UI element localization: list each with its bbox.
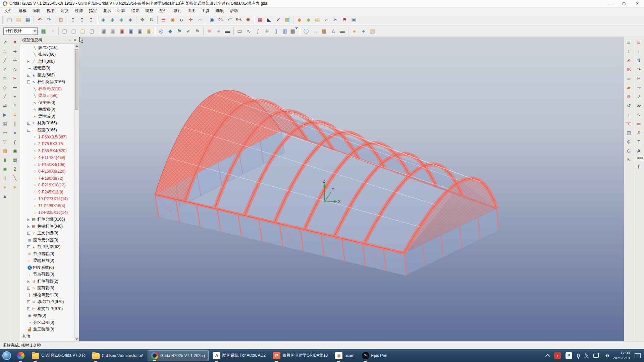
print-preview-icon[interactable]: ▣ xyxy=(349,15,358,24)
section-cone-icon[interactable]: ◣ xyxy=(265,15,274,24)
result-bars-icon[interactable]: ▥ xyxy=(283,15,292,24)
pipe-joint-icon[interactable]: ⌐ xyxy=(322,15,331,24)
global-axis-icon[interactable]: Ж xyxy=(625,65,633,74)
tree-item[interactable]: ○11-P299X16(4) xyxy=(20,202,74,209)
check-mark-icon[interactable]: ✔ xyxy=(184,26,193,36)
tree-scrollbar[interactable] xyxy=(74,44,79,341)
rect-tool-icon[interactable]: ▭ xyxy=(235,26,244,36)
tree-item[interactable]: ○1-P60X3.5(887) xyxy=(20,134,74,141)
menu-item[interactable]: 帮助 xyxy=(227,7,241,14)
tree-item[interactable]: +⇊杆件荷载(2) xyxy=(20,278,74,285)
clipboard-tool-icon[interactable]: ▤ xyxy=(368,26,377,36)
node-arrow-down-icon[interactable]: ↧ xyxy=(11,110,19,119)
compass-circle-icon[interactable]: ◎ xyxy=(157,26,166,36)
tree-item[interactable]: ∥螺栓等配件(0) xyxy=(20,292,74,299)
tree-item[interactable]: +⊢相贯节点(970) xyxy=(20,305,74,312)
menu-item[interactable]: 工具 xyxy=(199,7,213,14)
truss-ladder-icon[interactable]: ≣ xyxy=(1,74,9,83)
taskbar-item-ppt[interactable]: P跟着周老师学GRIDA第13 xyxy=(270,350,331,361)
select-win-invert-icon[interactable]: ▣ xyxy=(108,26,117,36)
select-win-blue-icon[interactable]: ▣ xyxy=(126,26,136,36)
tree-item[interactable]: +∠材质(3166) xyxy=(20,120,74,127)
brick-wall-icon[interactable]: ▤ xyxy=(1,146,9,155)
zigzag-member-icon[interactable]: ∿ xyxy=(635,110,643,119)
local-axis-icon[interactable]: ✳ xyxy=(625,56,633,65)
skew-check-icon[interactable]: ⊘ xyxy=(625,92,633,101)
taskbar-item-folder-grida[interactable]: G:\研究\10-Grida V7.0 R xyxy=(29,350,88,361)
scrollbar-thumb[interactable] xyxy=(75,49,78,110)
select-win-updown-icon[interactable]: ▣ xyxy=(136,26,145,36)
zoom-out-tool-icon[interactable]: ⊖ xyxy=(625,146,633,155)
toolbar-grip[interactable] xyxy=(2,16,4,24)
tree-item[interactable]: ↓节点荷载(0) xyxy=(20,271,74,278)
rotate-node-icon[interactable]: ↺ xyxy=(625,101,633,110)
plate-rainbow-icon[interactable]: ▰ xyxy=(625,83,633,92)
scroll-down-icon[interactable] xyxy=(75,337,79,341)
fx-function-icon[interactable]: ƒ xyxy=(11,137,19,146)
tree-item[interactable]: ∞节点耦联(0) xyxy=(20,250,74,257)
menu-item[interactable]: 文件 xyxy=(1,7,15,14)
iso-view-3-icon[interactable]: ◈ xyxy=(117,15,126,24)
expand-plus-icon[interactable]: + xyxy=(27,60,30,63)
tree-item[interactable]: +⊕球/鼓节点(970) xyxy=(20,299,74,306)
expand-plus-icon[interactable]: + xyxy=(27,225,30,228)
tree-item[interactable]: ○2-P75.5X3.75··· xyxy=(20,140,74,147)
sphere-amber-icon[interactable]: ● xyxy=(350,26,359,36)
tree-item[interactable]: +▤杆件分组(3166) xyxy=(20,216,74,223)
beam-extend-icon[interactable]: ⇒ xyxy=(635,83,643,92)
beam-section-icon[interactable]: I xyxy=(635,47,643,56)
display-layers-icon[interactable]: ☰ xyxy=(159,15,168,24)
load-case-dl-icon[interactable]: D,L xyxy=(216,15,225,24)
new-file-icon[interactable]: ▢ xyxy=(5,15,14,24)
menu-item[interactable]: 视图 xyxy=(44,7,58,14)
expand-plus-icon[interactable]: + xyxy=(27,307,30,310)
cut-scissors-icon[interactable]: ✂ xyxy=(331,15,340,24)
divide-member-icon[interactable]: ╱ xyxy=(1,92,9,101)
tree-item[interactable]: ○9-P245X12(8) xyxy=(20,189,74,196)
axis-cross-icon[interactable]: ✛ xyxy=(11,83,19,92)
iso-view-4-icon[interactable]: ◈ xyxy=(126,15,135,24)
balance-scale-icon[interactable]: ∆ xyxy=(329,26,338,36)
collapse-minus-icon[interactable]: − xyxy=(27,80,30,83)
tree-item[interactable]: +▲蒙皮(662) xyxy=(20,72,74,79)
sphere-gold-icon[interactable]: ● xyxy=(1,182,9,191)
minimize-button[interactable]: — xyxy=(604,0,617,7)
visibility-eye-icon[interactable]: ◉ xyxy=(11,146,19,155)
sphere-ocean-icon[interactable]: ● xyxy=(359,26,368,36)
expand-plus-icon[interactable]: + xyxy=(27,232,30,235)
temperature-load-icon[interactable]: ℃ xyxy=(625,119,633,128)
grid-check-icon[interactable]: ▦ xyxy=(256,15,265,24)
wireframe-sphere-icon[interactable]: ● xyxy=(11,128,19,137)
globe-pie-icon[interactable]: ◔ xyxy=(48,26,57,36)
tree-item[interactable]: +▤关键杆件(340) xyxy=(20,223,74,230)
tree-item[interactable]: ╲腹层2(116) xyxy=(20,44,74,51)
tree-item[interactable]: ○4-P114X4(469) xyxy=(20,154,74,161)
beam-shift-icon[interactable]: ⇅ xyxy=(635,56,643,65)
notification-center-icon[interactable] xyxy=(635,353,641,358)
display-toggle-icon[interactable]: ▭ xyxy=(1,128,9,137)
renumber-tool-icon[interactable]: 2 xyxy=(11,164,19,173)
menu-item[interactable]: 建模 xyxy=(15,7,30,14)
plumb-orange-icon[interactable]: ◆ xyxy=(295,15,304,24)
plate-triangle-icon[interactable]: ▶ xyxy=(1,110,9,119)
menu-item[interactable]: 球孔 xyxy=(170,7,184,14)
tree-item[interactable]: ○6-P159X6(220) xyxy=(20,168,74,175)
letter-a-tool-icon[interactable]: A xyxy=(635,146,643,155)
config-book-icon[interactable]: ▤ xyxy=(313,15,322,24)
tree-item[interactable]: +▲节点约束(62) xyxy=(20,244,74,251)
result-rainbow-icon[interactable]: ◉ xyxy=(168,15,177,24)
node-lower-icon[interactable]: ↓ xyxy=(625,110,633,119)
microphone-icon[interactable] xyxy=(577,354,580,358)
tree-item[interactable]: K刚度系数(0) xyxy=(20,264,74,271)
tree-item[interactable]: −∿杆件类型(3166) xyxy=(20,79,74,86)
expand-plus-icon[interactable]: + xyxy=(27,287,30,290)
highlight-member-icon[interactable]: ╲ xyxy=(11,173,19,182)
tree-item[interactable]: +╱虚杆(308) xyxy=(20,58,74,65)
tree-item[interactable]: ●柔性域(0) xyxy=(20,113,74,120)
select-box-gray-icon[interactable]: ▢ xyxy=(87,26,96,36)
tree-item[interactable]: ╲弦层3(66) xyxy=(20,51,74,58)
mode-sphere-icon[interactable]: ◉ xyxy=(207,15,216,24)
info-circle-icon[interactable]: ⓘ xyxy=(302,26,311,36)
taskbar-item-browser[interactable] xyxy=(14,350,28,361)
rotate-3d-icon[interactable]: ↻ xyxy=(147,15,156,24)
